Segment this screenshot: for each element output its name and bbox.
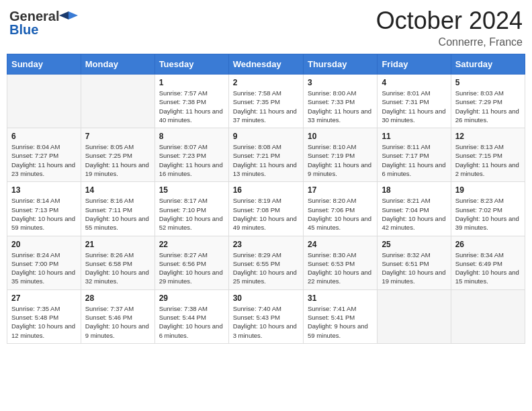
weekday-header-thursday: Thursday (303, 54, 377, 75)
day-info: Sunrise: 8:24 AM Sunset: 7:00 PM Dayligh… (11, 250, 77, 286)
day-number: 14 (85, 185, 150, 195)
day-number: 19 (455, 185, 521, 195)
day-number: 20 (11, 240, 77, 249)
calendar-cell: 5Sunrise: 8:03 AM Sunset: 7:29 PM Daylig… (451, 75, 525, 128)
calendar-cell: 13Sunrise: 8:14 AM Sunset: 7:13 PM Dayli… (7, 182, 81, 236)
day-number: 12 (455, 132, 521, 141)
week-row-1: 1Sunrise: 7:57 AM Sunset: 7:38 PM Daylig… (7, 75, 525, 128)
day-info: Sunrise: 8:00 AM Sunset: 7:33 PM Dayligh… (308, 89, 373, 124)
weekday-header-row: SundayMondayTuesdayWednesdayThursdayFrid… (7, 54, 525, 75)
calendar-cell: 26Sunrise: 8:34 AM Sunset: 6:49 PM Dayli… (451, 236, 525, 289)
day-info: Sunrise: 8:01 AM Sunset: 7:31 PM Dayligh… (382, 89, 446, 124)
day-info: Sunrise: 8:19 AM Sunset: 7:08 PM Dayligh… (233, 196, 299, 232)
month-title: October 2024 (376, 7, 523, 35)
day-number: 2 (233, 78, 299, 87)
day-info: Sunrise: 7:41 AM Sunset: 5:41 PM Dayligh… (308, 304, 373, 340)
day-number: 5 (455, 78, 521, 87)
day-info: Sunrise: 7:38 AM Sunset: 5:44 PM Dayligh… (159, 304, 224, 340)
calendar-cell: 28Sunrise: 7:37 AM Sunset: 5:46 PM Dayli… (81, 289, 154, 343)
logo-general-text: General (9, 9, 59, 23)
day-info: Sunrise: 7:58 AM Sunset: 7:35 PM Dayligh… (233, 89, 299, 124)
day-number: 24 (308, 240, 373, 249)
day-number: 4 (382, 78, 446, 87)
calendar-cell: 15Sunrise: 8:17 AM Sunset: 7:10 PM Dayli… (154, 182, 228, 236)
day-number: 23 (233, 240, 299, 249)
calendar-cell (451, 289, 525, 343)
day-number: 7 (85, 132, 150, 141)
day-info: Sunrise: 8:27 AM Sunset: 6:56 PM Dayligh… (159, 250, 224, 286)
calendar-cell: 29Sunrise: 7:38 AM Sunset: 5:44 PM Dayli… (154, 289, 228, 343)
day-number: 8 (159, 132, 224, 141)
calendar-cell: 17Sunrise: 8:20 AM Sunset: 7:06 PM Dayli… (303, 182, 377, 236)
day-number: 30 (233, 293, 299, 303)
calendar-cell: 30Sunrise: 7:40 AM Sunset: 5:43 PM Dayli… (228, 289, 303, 343)
calendar-cell: 4Sunrise: 8:01 AM Sunset: 7:31 PM Daylig… (378, 75, 451, 128)
calendar-cell: 7Sunrise: 8:05 AM Sunset: 7:25 PM Daylig… (81, 128, 154, 182)
calendar-cell: 10Sunrise: 8:10 AM Sunset: 7:19 PM Dayli… (303, 128, 377, 182)
calendar-cell: 9Sunrise: 8:08 AM Sunset: 7:21 PM Daylig… (228, 128, 303, 182)
calendar-cell (378, 289, 451, 343)
day-info: Sunrise: 7:35 AM Sunset: 5:48 PM Dayligh… (11, 304, 77, 340)
day-number: 26 (455, 240, 521, 249)
day-info: Sunrise: 8:13 AM Sunset: 7:15 PM Dayligh… (455, 142, 521, 178)
calendar-cell: 8Sunrise: 8:07 AM Sunset: 7:23 PM Daylig… (154, 128, 228, 182)
calendar-cell: 6Sunrise: 8:04 AM Sunset: 7:27 PM Daylig… (7, 128, 81, 182)
day-info: Sunrise: 8:34 AM Sunset: 6:49 PM Dayligh… (455, 250, 521, 286)
day-number: 16 (233, 185, 299, 195)
calendar-cell: 20Sunrise: 8:24 AM Sunset: 7:00 PM Dayli… (7, 236, 81, 289)
day-number: 18 (382, 185, 446, 195)
day-number: 11 (382, 132, 446, 141)
day-number: 9 (233, 132, 299, 141)
svg-marker-1 (59, 11, 69, 19)
weekday-header-sunday: Sunday (7, 54, 81, 75)
calendar-cell: 24Sunrise: 8:30 AM Sunset: 6:53 PM Dayli… (303, 236, 377, 289)
day-info: Sunrise: 8:03 AM Sunset: 7:29 PM Dayligh… (455, 89, 521, 124)
day-number: 1 (159, 78, 224, 87)
calendar-cell: 31Sunrise: 7:41 AM Sunset: 5:41 PM Dayli… (303, 289, 377, 343)
weekday-header-monday: Monday (81, 54, 154, 75)
calendar-cell: 27Sunrise: 7:35 AM Sunset: 5:48 PM Dayli… (7, 289, 81, 343)
day-info: Sunrise: 8:10 AM Sunset: 7:19 PM Dayligh… (308, 142, 373, 178)
day-info: Sunrise: 8:23 AM Sunset: 7:02 PM Dayligh… (455, 196, 521, 232)
day-number: 27 (11, 293, 77, 303)
day-info: Sunrise: 7:40 AM Sunset: 5:43 PM Dayligh… (233, 304, 299, 340)
title-area: October 2024 Connerre, France (376, 7, 523, 48)
day-info: Sunrise: 8:17 AM Sunset: 7:10 PM Dayligh… (159, 196, 224, 232)
day-number: 22 (159, 240, 224, 249)
calendar-cell: 18Sunrise: 8:21 AM Sunset: 7:04 PM Dayli… (378, 182, 451, 236)
weekday-header-wednesday: Wednesday (228, 54, 303, 75)
logo: General Blue (9, 7, 78, 36)
day-info: Sunrise: 8:30 AM Sunset: 6:53 PM Dayligh… (308, 250, 373, 286)
calendar-cell: 11Sunrise: 8:11 AM Sunset: 7:17 PM Dayli… (378, 128, 451, 182)
calendar-cell: 16Sunrise: 8:19 AM Sunset: 7:08 PM Dayli… (228, 182, 303, 236)
day-number: 28 (85, 293, 150, 303)
day-info: Sunrise: 8:21 AM Sunset: 7:04 PM Dayligh… (382, 196, 446, 232)
week-row-4: 20Sunrise: 8:24 AM Sunset: 7:00 PM Dayli… (7, 236, 525, 289)
calendar-cell: 25Sunrise: 8:32 AM Sunset: 6:51 PM Dayli… (378, 236, 451, 289)
day-number: 31 (308, 293, 373, 303)
calendar-cell: 3Sunrise: 8:00 AM Sunset: 7:33 PM Daylig… (303, 75, 377, 128)
weekday-header-saturday: Saturday (451, 54, 525, 75)
day-info: Sunrise: 8:05 AM Sunset: 7:25 PM Dayligh… (85, 142, 150, 178)
day-info: Sunrise: 8:07 AM Sunset: 7:23 PM Dayligh… (159, 142, 224, 178)
day-info: Sunrise: 8:20 AM Sunset: 7:06 PM Dayligh… (308, 196, 373, 232)
calendar: SundayMondayTuesdayWednesdayThursdayFrid… (7, 54, 525, 344)
day-number: 25 (382, 240, 446, 249)
weekday-header-tuesday: Tuesday (154, 54, 228, 75)
day-info: Sunrise: 7:37 AM Sunset: 5:46 PM Dayligh… (85, 304, 150, 340)
day-number: 15 (159, 185, 224, 195)
calendar-cell: 14Sunrise: 8:16 AM Sunset: 7:11 PM Dayli… (81, 182, 154, 236)
day-info: Sunrise: 8:08 AM Sunset: 7:21 PM Dayligh… (233, 142, 299, 178)
svg-marker-0 (69, 11, 78, 19)
calendar-cell (7, 75, 81, 128)
day-info: Sunrise: 8:04 AM Sunset: 7:27 PM Dayligh… (11, 142, 77, 178)
calendar-cell: 23Sunrise: 8:29 AM Sunset: 6:55 PM Dayli… (228, 236, 303, 289)
day-info: Sunrise: 8:11 AM Sunset: 7:17 PM Dayligh… (382, 142, 446, 178)
calendar-cell: 19Sunrise: 8:23 AM Sunset: 7:02 PM Dayli… (451, 182, 525, 236)
day-number: 21 (85, 240, 150, 249)
logo-blue-text: Blue (9, 23, 38, 36)
calendar-cell: 1Sunrise: 7:57 AM Sunset: 7:38 PM Daylig… (154, 75, 228, 128)
logo-flag-icon (59, 10, 78, 22)
week-row-5: 27Sunrise: 7:35 AM Sunset: 5:48 PM Dayli… (7, 289, 525, 343)
day-number: 13 (11, 185, 77, 195)
